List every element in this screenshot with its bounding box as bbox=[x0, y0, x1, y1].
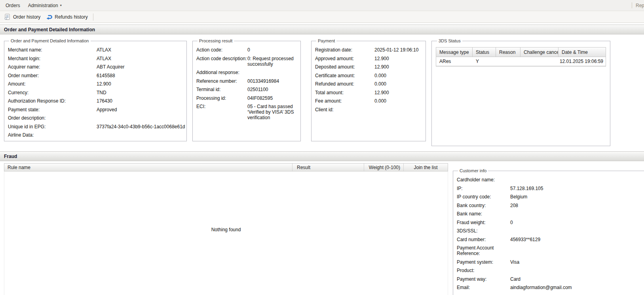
field-row: Merchant login:ATLAX bbox=[8, 56, 186, 61]
field-value: 04IF082595 bbox=[247, 95, 299, 101]
field-row: IP:57.128.169.105 bbox=[457, 186, 644, 191]
field-label: Processing id: bbox=[196, 95, 247, 101]
field-value: 12.900 bbox=[374, 64, 426, 70]
field-value bbox=[97, 115, 186, 121]
field-value: 0 bbox=[247, 47, 299, 53]
panel-3ds-status-legend: 3DS Status bbox=[437, 38, 462, 43]
3ds-table-row[interactable]: ARes Y 12.01.2025 19:06:59 bbox=[436, 57, 606, 66]
field-value: Approved bbox=[97, 107, 186, 112]
fraud-empty-message: Nothing found bbox=[4, 171, 448, 232]
3ds-cell-status: Y bbox=[473, 59, 496, 64]
app-window: { "colors": { "accent_blue": "#2e78d2" }… bbox=[0, 0, 644, 295]
field-row: Action code description:0: Request proce… bbox=[196, 56, 300, 67]
fraud-col-rule-name[interactable]: Rule name bbox=[4, 164, 292, 171]
field-label: Registration date: bbox=[315, 47, 374, 53]
fraud-col-join-the-list[interactable]: Join the list bbox=[403, 164, 448, 171]
panel-processing-result: Processing result Action code:0 Action c… bbox=[192, 38, 301, 141]
field-value: 12.900 bbox=[374, 90, 426, 95]
field-row: Processing id:04IF082595 bbox=[196, 95, 300, 101]
fraud-col-result[interactable]: Result bbox=[292, 164, 364, 171]
field-row: Authorization Response ID:176430 bbox=[8, 98, 186, 104]
field-row: Action code:0 bbox=[196, 47, 300, 53]
field-row: Client id: bbox=[315, 107, 426, 112]
panel-payment: Payment Registration date:2025-01-12 19:… bbox=[311, 38, 426, 141]
field-label: Acquirer name: bbox=[8, 64, 97, 70]
field-row: 3DS/SSL: bbox=[457, 228, 644, 234]
field-label: Airline Data: bbox=[8, 132, 97, 138]
detail-panels: Order and Payment Detailed Information M… bbox=[0, 34, 644, 150]
3ds-col-message-type[interactable]: Message type bbox=[436, 48, 473, 57]
fraud-table-header: Rule name Result Weight (0-100) Join the… bbox=[4, 163, 448, 171]
panel-payment-legend: Payment bbox=[316, 38, 336, 43]
field-value: 176430 bbox=[97, 98, 186, 104]
field-value bbox=[374, 107, 426, 112]
field-value: 0.000 bbox=[374, 98, 426, 104]
fraud-table-body: Nothing found bbox=[4, 171, 448, 295]
field-row: Fee amount:0.000 bbox=[315, 98, 426, 104]
field-value: 3737fa24-34c0-43b9-b56c-1acc0068e61d bbox=[97, 124, 186, 129]
field-label: Amount: bbox=[8, 81, 97, 87]
fraud-col-weight[interactable]: Weight (0-100) bbox=[364, 164, 403, 171]
field-row: Amount:12.900 bbox=[8, 81, 186, 87]
refunds-history-icon bbox=[46, 13, 52, 20]
refunds-history-button[interactable]: Refunds history bbox=[44, 12, 91, 21]
field-value bbox=[510, 177, 644, 183]
field-label: Cardholder name: bbox=[457, 177, 510, 183]
field-row: Acquirer name:ABT Acquirer bbox=[8, 64, 186, 70]
section-header-fraud: Fraud bbox=[0, 151, 644, 161]
menu-reports[interactable]: Rep bbox=[636, 0, 644, 11]
field-row: Currency:TND bbox=[8, 90, 186, 95]
3ds-col-reason[interactable]: Reason bbox=[496, 48, 521, 57]
field-row: Payment way:Card bbox=[457, 276, 644, 282]
field-label: Payment way: bbox=[457, 276, 510, 282]
field-label: Reference number: bbox=[196, 78, 247, 84]
field-value: 02501100 bbox=[247, 87, 299, 92]
field-label: Certificate amount: bbox=[315, 73, 374, 78]
field-row: Refunded amount:0.000 bbox=[315, 81, 426, 87]
3ds-col-status[interactable]: Status bbox=[473, 48, 496, 57]
field-value: 0: Request processed successfully bbox=[247, 56, 299, 67]
menu-administration[interactable]: Administration ▾ bbox=[24, 3, 66, 8]
field-row: Deposited amount:12.900 bbox=[315, 64, 426, 70]
field-value: 001334916984 bbox=[247, 78, 299, 84]
refunds-history-label: Refunds history bbox=[55, 14, 87, 20]
field-label: ECI: bbox=[196, 104, 247, 120]
field-label: Client id: bbox=[315, 107, 374, 112]
field-label: Deposited amount: bbox=[315, 64, 374, 70]
field-value: 208 bbox=[510, 203, 644, 208]
field-label: Merchant name: bbox=[8, 47, 97, 53]
field-label: Terminal id: bbox=[196, 87, 247, 92]
section-header-order-payment: Order and Payment Detailed Information bbox=[0, 25, 644, 34]
field-label: Bank country: bbox=[457, 203, 510, 208]
menu-orders[interactable]: Orders bbox=[2, 3, 24, 8]
field-label: Approved amount: bbox=[315, 56, 374, 61]
3ds-col-date-time[interactable]: Date & Time bbox=[559, 48, 606, 57]
order-history-button[interactable]: Order history bbox=[2, 12, 44, 21]
panel-order-info: Order and Payment Detailed Information M… bbox=[4, 38, 187, 141]
field-label: Payment system: bbox=[457, 259, 510, 265]
field-value: 456933**6129 bbox=[510, 237, 644, 242]
field-label: Order description: bbox=[8, 115, 97, 121]
field-label: Payment state: bbox=[8, 107, 97, 112]
panel-customer-info: Customer info Cardholder name: IP:57.128… bbox=[453, 168, 644, 295]
field-value: 05 - Card has passed ‘Verified by VISA’ … bbox=[247, 104, 299, 120]
3ds-cell-message-type: ARes bbox=[436, 59, 473, 64]
field-label: Refunded amount: bbox=[315, 81, 374, 87]
field-label: Email: bbox=[457, 285, 510, 290]
menubar-separator bbox=[632, 2, 632, 8]
field-label: Action code description: bbox=[196, 56, 247, 67]
field-label: Order number: bbox=[8, 73, 97, 78]
field-row: Merchant name:ATLAX bbox=[8, 47, 186, 53]
panel-3ds-status: 3DS Status Message type Status Reason Ch… bbox=[431, 38, 610, 146]
3ds-col-challenge-cancel[interactable]: Challenge cancel bbox=[521, 48, 559, 57]
field-value: Card bbox=[510, 276, 644, 282]
field-row: Email:aindiagformation@gmail.com bbox=[457, 285, 644, 290]
field-row: Certificate amount:0.000 bbox=[315, 73, 426, 78]
field-row: Order number:6145588 bbox=[8, 73, 186, 78]
field-row: Reference number:001334916984 bbox=[196, 78, 300, 84]
field-label: Fraud weight: bbox=[457, 220, 510, 225]
field-row: Payment system:Visa bbox=[457, 259, 644, 265]
3ds-cell-date-time: 12.01.2025 19:06:59 bbox=[559, 59, 606, 64]
field-row: Registration date:2025-01-12 19:06:10 bbox=[315, 47, 426, 53]
field-value: ATLAX bbox=[97, 47, 186, 53]
